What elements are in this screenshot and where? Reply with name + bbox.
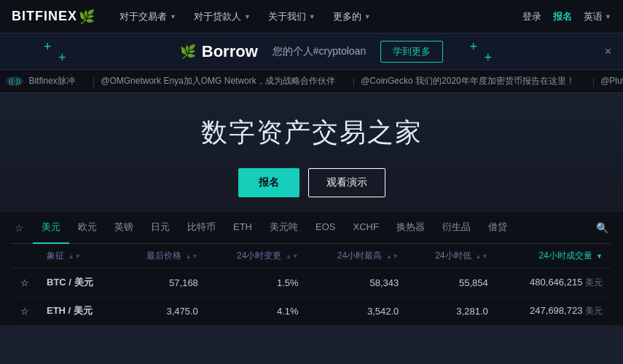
tab-btc[interactable]: 比特币 [179,212,224,244]
header: BITFINEX 🌿 对于交易者 ▼ 对于贷款人 ▼ 关于我们 ▼ 更多的 ▼ … [0,0,623,33]
tab-derivatives[interactable]: 衍生品 [434,212,479,244]
banner-cta-button[interactable]: 学到更多 [380,41,443,63]
ticker-bar: ((·)) Bitfinex脉冲 | @OMGnetwork Enya加入OMG… [0,70,623,93]
tab-eos[interactable]: EOS [307,212,344,244]
volume-cell: 480,646,215 美元 [497,269,611,297]
hero-section: 数字资产交易之家 报名 观看演示 [0,93,623,212]
nav-lenders[interactable]: 对于贷款人 ▼ [187,6,258,28]
nav-bar: 对于交易者 ▼ 对于贷款人 ▼ 关于我们 ▼ 更多的 ▼ [112,6,522,28]
tab-eur[interactable]: 欧元 [69,212,106,244]
header-right: 登录 报名 英语 ▼ [522,10,611,23]
hero-demo-button[interactable]: 观看演示 [308,168,385,197]
col-last-price[interactable]: 最后价格 ▲▼ [119,244,207,269]
table-row[interactable]: ☆ BTC / 美元 57,168 1.5% 58,343 55,854 480… [12,269,611,297]
tab-lending[interactable]: 借贷 [479,212,516,244]
high-cell: 58,343 [307,269,408,297]
sort-icon: ▼ [596,253,603,260]
sort-icon: ▲▼ [185,253,198,260]
chevron-down-icon: ▼ [170,13,176,20]
search-icon[interactable]: 🔍 [596,222,608,234]
change-cell: 1.5% [207,269,307,297]
ticker-item: @CoinGecko 我们的2020年年度加密货币报告在这里！ [361,75,575,87]
tab-gbp[interactable]: 英镑 [106,212,142,244]
nav-more[interactable]: 更多的 ▼ [326,6,378,28]
price-cell: 57,168 [119,269,207,297]
ticker-item: @OMGnetwork Enya加入OMG Network，成为战略合作伙伴 [101,75,335,87]
symbol-cell: BTC / 美元 [38,269,119,297]
col-high[interactable]: 24小时最高 ▲▼ [307,244,408,269]
col-symbol[interactable]: 象征 ▲▼ [38,244,119,269]
banner-title: 🌿 Borrow [180,42,258,61]
plus-decoration: + [469,39,477,55]
plus-decoration: + [484,50,492,66]
nav-traders[interactable]: 对于交易者 ▼ [112,6,184,28]
tab-exchange[interactable]: 换热器 [388,212,434,244]
hero-signup-button[interactable]: 报名 [238,168,299,197]
chevron-down-icon: ▼ [364,13,371,20]
col-volume[interactable]: 24小时成交量 ▼ [497,244,611,269]
change-cell: 4.1% [207,297,307,325]
tab-jpy[interactable]: 日元 [142,212,179,244]
high-cell: 3,542.0 [307,297,408,325]
banner-subtitle: 您的个人#cryptoloan [273,45,366,58]
hero-buttons: 报名 观看演示 [238,168,385,197]
tab-usd[interactable]: 美元 [33,212,69,244]
sort-icon: ▲▼ [475,253,488,260]
market-table: 象征 ▲▼ 最后价格 ▲▼ 24小时变更 ▲▼ 24小时最高 ▲▼ 24小时低 [12,244,611,325]
chevron-down-icon: ▼ [309,13,316,20]
ticker-item: ((·)) Bitfinex脉冲 [6,75,75,87]
hero-title: 数字资产交易之家 [201,115,423,151]
tab-xchf[interactable]: XCHF [344,212,387,244]
chevron-down-icon: ▼ [605,13,611,20]
market-section: ☆ 美元 欧元 英镑 日元 比特币 ETH 美元吨 EOS XCHF 换热器 [0,212,623,325]
plus-decoration: + [58,50,66,66]
sort-icon: ▲▼ [68,253,81,260]
logo: BITFINEX 🌿 [12,9,95,25]
tab-eth[interactable]: ETH [224,212,261,244]
ticker-item: @Plutus PLIP | Pluton流动 [600,75,623,87]
ticker-badge: ((·)) [6,76,23,86]
col-low[interactable]: 24小时低 ▲▼ [407,244,496,269]
sort-icon: ▲▼ [385,253,399,260]
sort-icon: ▲▼ [286,253,299,260]
volume-cell: 247,698,723 美元 [497,297,611,325]
favorite-star[interactable]: ☆ [12,269,38,297]
borrow-leaf-icon: 🌿 [180,44,196,60]
language-selector[interactable]: 英语 ▼ [584,10,611,23]
signup-button[interactable]: 报名 [553,10,572,23]
plus-decoration: + [44,39,52,55]
chevron-down-icon: ▼ [244,13,251,20]
login-button[interactable]: 登录 [522,10,541,23]
favorites-tab[interactable]: ☆ [15,222,24,234]
market-tabs: ☆ 美元 欧元 英镑 日元 比特币 ETH 美元吨 EOS XCHF 换热器 [12,212,611,244]
logo-leaf-icon: 🌿 [79,9,95,25]
symbol-cell: ETH / 美元 [38,297,119,325]
price-cell: 3,475.0 [119,297,207,325]
low-cell: 3,281.0 [407,297,496,325]
tab-usdt[interactable]: 美元吨 [261,212,307,244]
table-row[interactable]: ☆ ETH / 美元 3,475.0 4.1% 3,542.0 3,281.0 … [12,297,611,325]
promo-banner: + + + + 🌿 Borrow 您的个人#cryptoloan 学到更多 × [0,33,623,70]
close-icon[interactable]: × [605,45,611,58]
logo-text: BITFINEX [12,9,77,24]
nav-about[interactable]: 关于我们 ▼ [261,6,323,28]
col-change[interactable]: 24小时变更 ▲▼ [207,244,307,269]
favorite-star[interactable]: ☆ [12,297,38,325]
low-cell: 55,854 [407,269,496,297]
